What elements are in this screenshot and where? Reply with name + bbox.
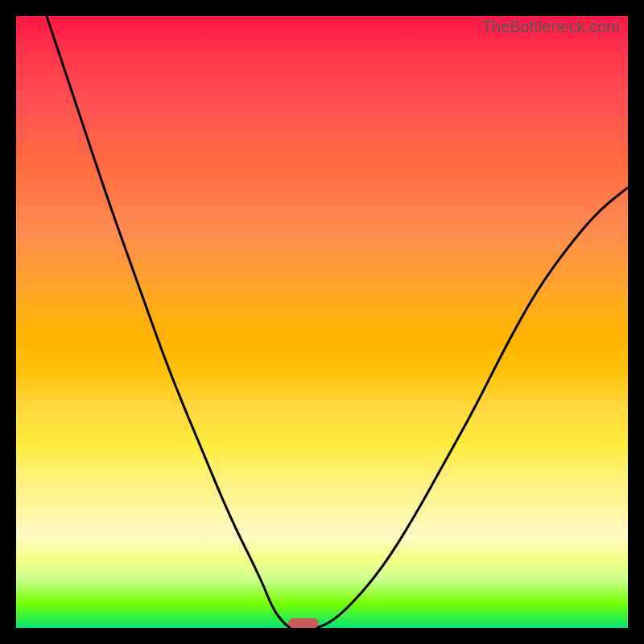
bottleneck-marker — [288, 618, 319, 628]
watermark-text: TheBottleneck.com — [482, 18, 620, 36]
left-curve-path — [47, 16, 291, 628]
chart-plot-area — [16, 16, 628, 628]
right-curve-path — [316, 188, 628, 628]
curve-overlay — [16, 16, 628, 628]
